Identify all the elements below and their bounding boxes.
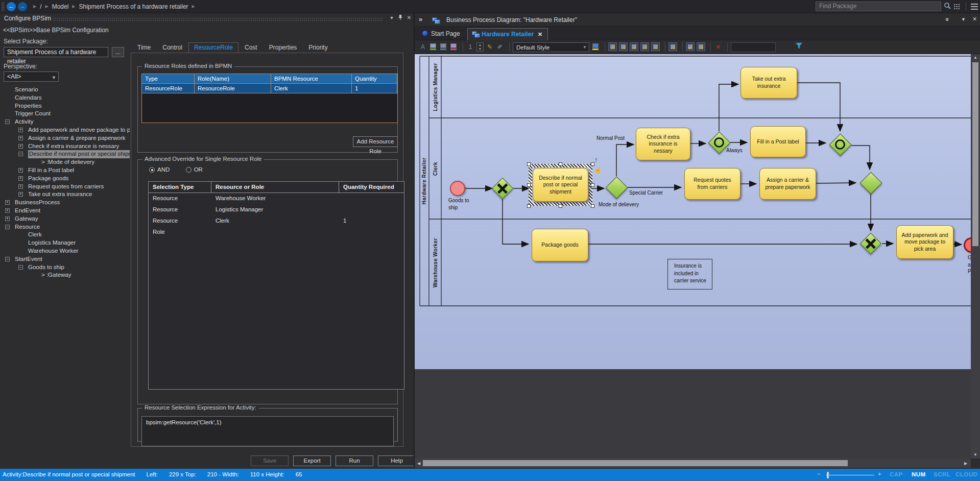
- toggle-scrl[interactable]: SCRL: [934, 471, 950, 477]
- apply-style-icon[interactable]: ▼: [591, 42, 600, 52]
- tree-item[interactable]: +Add paperwork and move package to pick: [1, 126, 130, 134]
- activity-request[interactable]: Request quotes from carriers: [684, 168, 740, 200]
- horizontal-scrollbar[interactable]: ◀ ▶: [415, 459, 971, 468]
- selection-handle[interactable]: [559, 204, 562, 208]
- tree-item[interactable]: −Goods to ship: [1, 263, 130, 272]
- format-brush-icon[interactable]: ✎: [486, 42, 494, 52]
- default-style-combo[interactable]: Default Style▼: [513, 42, 589, 52]
- tree-item[interactable]: +Gateway: [1, 215, 130, 223]
- expand-icon[interactable]: +: [5, 208, 10, 213]
- quicklink-hand-icon[interactable]: ☝: [594, 166, 602, 174]
- workspace-grid-icon[interactable]: [953, 4, 960, 10]
- expand-icon[interactable]: +: [18, 184, 23, 189]
- export-button[interactable]: Export: [293, 455, 331, 466]
- tree-item[interactable]: Properties: [1, 102, 130, 110]
- activity-check[interactable]: Check if extra insurance is nessary: [636, 128, 690, 160]
- fill-color-icon[interactable]: ▼: [429, 42, 437, 52]
- diagram-properties-icon[interactable]: [697, 42, 705, 51]
- tree-item[interactable]: +BusinessProcess: [1, 199, 130, 207]
- toggle-cap[interactable]: CAP: [890, 471, 903, 477]
- forward-button[interactable]: →: [18, 2, 27, 11]
- expand-icon[interactable]: +: [18, 168, 23, 173]
- activity-describe[interactable]: Describe if normal post or special shipm…: [533, 168, 588, 202]
- tree-item[interactable]: Logistics Manager: [1, 239, 130, 247]
- tab-control[interactable]: Control: [157, 42, 188, 53]
- tab-resourcerole[interactable]: ResourceRole: [188, 42, 238, 53]
- chevron-up-double-icon[interactable]: »: [944, 18, 951, 21]
- tree-item[interactable]: Calendars: [1, 94, 130, 102]
- activity-takeout[interactable]: Take out extra insurance: [740, 67, 797, 99]
- tree-item[interactable]: Clerk: [1, 231, 130, 239]
- text-annotation[interactable]: Insurance is included in carrier service: [667, 259, 712, 290]
- expand-icon[interactable]: +: [18, 128, 23, 132]
- toggle-cloud[interactable]: CLOUD: [955, 471, 977, 477]
- filter-icon[interactable]: [795, 42, 803, 52]
- activity-assign[interactable]: Assign a carrier & prepare paperwork: [759, 168, 816, 200]
- and-radio[interactable]: AND: [149, 166, 170, 173]
- help-button[interactable]: Help: [378, 455, 416, 466]
- zoom-minus[interactable]: −: [817, 471, 821, 477]
- line-width-spinner[interactable]: ▲▼: [476, 42, 484, 52]
- tab-time[interactable]: Time: [132, 42, 156, 53]
- expand-icon[interactable]: +: [18, 144, 23, 149]
- tab-hardware-retailer[interactable]: Hardware Retailer✕: [467, 28, 548, 40]
- selection-handle[interactable]: [527, 204, 531, 208]
- activity-package[interactable]: Package goods: [532, 229, 588, 261]
- table-row[interactable]: ResourceLogistics Manager: [149, 204, 404, 215]
- horizontal-scroll-thumb[interactable]: [423, 460, 848, 466]
- tree-item[interactable]: Trigger Count: [1, 110, 130, 118]
- breadcrumb-item[interactable]: /: [40, 3, 41, 10]
- scroll-right-icon[interactable]: ▶: [963, 461, 969, 466]
- panel-dropdown-icon[interactable]: ▾: [388, 14, 395, 21]
- sequence-flow[interactable]: [719, 84, 738, 131]
- search-icon[interactable]: [943, 2, 952, 11]
- match-size-icon[interactable]: [651, 42, 660, 51]
- tree-item[interactable]: −Describe if normal post or special ship…: [1, 150, 130, 158]
- sequence-flow[interactable]: [503, 199, 529, 244]
- or-radio[interactable]: OR: [186, 166, 203, 173]
- send-back-icon[interactable]: [668, 42, 677, 51]
- collapse-icon[interactable]: −: [18, 152, 23, 156]
- save-button[interactable]: Save: [251, 455, 289, 466]
- resource-roles-table[interactable]: TypeRole(Name)BPMN ResourceQuantityResou…: [141, 74, 398, 123]
- start-event-start[interactable]: [450, 181, 465, 196]
- space-evenly-icon[interactable]: [640, 42, 649, 51]
- align-right-icon[interactable]: [630, 42, 638, 51]
- package-input[interactable]: Shipment Process of a hardware retailer: [4, 47, 108, 57]
- sequence-flow[interactable]: [797, 83, 840, 131]
- align-center-icon[interactable]: [619, 42, 628, 51]
- collapse-icon[interactable]: −: [18, 265, 23, 270]
- selection-handle[interactable]: [591, 183, 594, 187]
- hamburger-menu-icon[interactable]: [970, 2, 979, 11]
- tab-cost[interactable]: Cost: [239, 42, 263, 53]
- zoom-slider-thumb[interactable]: [827, 472, 829, 478]
- tree-item[interactable]: −StartEvent: [1, 255, 130, 263]
- override-table[interactable]: Selection TypeResource or RoleQuantity R…: [148, 181, 404, 390]
- font-fill-icon[interactable]: ▼: [449, 42, 458, 52]
- auto-layout-icon[interactable]: ▼: [686, 42, 695, 51]
- tree-item[interactable]: −Resource: [1, 223, 130, 231]
- format-pen-icon[interactable]: ✐: [496, 42, 504, 52]
- tree-item[interactable]: > :Mode of delievery: [1, 158, 130, 166]
- add-resource-role-button[interactable]: Add Resource Role: [353, 136, 398, 147]
- tree-item[interactable]: +Check if extra insurance is nessary: [1, 142, 130, 151]
- activity-fill[interactable]: Fill in a Post label: [750, 126, 806, 157]
- panel-pin-icon[interactable]: [397, 14, 404, 21]
- font-color-icon[interactable]: A: [419, 42, 427, 52]
- collapse-icon[interactable]: −: [5, 119, 10, 124]
- tree-item[interactable]: +Package goods: [1, 175, 130, 183]
- expand-icon[interactable]: +: [18, 176, 23, 181]
- selection-handle[interactable]: [527, 183, 531, 187]
- tree-item[interactable]: +Take out extra insurance: [1, 190, 130, 199]
- tree-item[interactable]: > :Gateway: [1, 271, 130, 279]
- tree-item[interactable]: Warehouse Worker: [1, 247, 130, 255]
- expand-icon[interactable]: +: [18, 192, 23, 197]
- collapse-icon[interactable]: −: [5, 225, 10, 229]
- panel-drag-texture[interactable]: [52, 17, 383, 21]
- toggle-num[interactable]: NUM: [912, 471, 926, 477]
- delete-icon[interactable]: ✕: [714, 42, 722, 52]
- run-button[interactable]: Run: [336, 455, 373, 466]
- panel-close-icon[interactable]: ✕: [405, 14, 413, 21]
- browse-button[interactable]: ...: [112, 47, 124, 57]
- expand-icon[interactable]: +: [18, 136, 23, 140]
